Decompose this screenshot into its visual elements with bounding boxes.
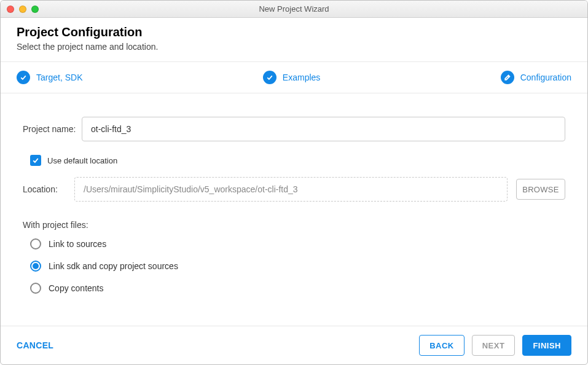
check-icon [17,71,30,84]
step-label: Target, SDK [36,73,82,82]
window-controls [1,6,39,13]
zoom-icon[interactable] [31,6,39,13]
radio-label: Copy contents [49,283,104,293]
step-configuration[interactable]: Configuration [501,71,571,84]
radio-link-sdk-copy[interactable]: Link sdk and copy project sources [30,261,565,272]
radio-icon[interactable] [30,238,41,249]
radio-label: Link to sources [49,239,106,249]
radio-checked-icon[interactable] [30,261,41,272]
cancel-button[interactable]: CANCEL [17,340,53,350]
back-button[interactable]: BACK [419,335,465,356]
finish-button[interactable]: FINISH [522,335,571,356]
page-subtitle: Select the project name and location. [17,42,571,52]
location-label: Location: [23,184,66,194]
project-name-row: Project name: [23,117,565,141]
step-target-sdk[interactable]: Target, SDK [17,71,82,84]
project-name-label: Project name: [23,124,82,134]
check-icon [263,71,276,84]
step-label: Configuration [520,73,571,82]
radio-copy-contents[interactable]: Copy contents [30,283,565,294]
pencil-icon [501,71,514,84]
radio-label: Link sdk and copy project sources [49,261,178,271]
browse-button: BROWSE [516,179,565,200]
titlebar: New Project Wizard [1,1,587,18]
radio-link-sources[interactable]: Link to sources [30,238,565,249]
use-default-location-row[interactable]: Use default location [30,155,565,166]
with-project-files-label: With project files: [23,220,565,230]
next-button: NEXT [472,335,515,356]
location-input [74,177,508,202]
close-icon[interactable] [7,6,14,13]
location-row: Location: BROWSE [23,177,565,202]
project-name-input[interactable] [82,117,565,141]
checkbox-checked-icon[interactable] [30,155,41,166]
header: Project Configuration Select the project… [1,18,587,62]
step-examples[interactable]: Examples [263,71,320,84]
window-title: New Project Wizard [1,4,587,14]
minimize-icon[interactable] [19,6,26,13]
form-content: Project name: Use default location Locat… [1,93,587,326]
use-default-location-label: Use default location [47,156,117,165]
page-title: Project Configuration [17,25,571,39]
step-label: Examples [283,73,320,82]
radio-icon[interactable] [30,283,41,294]
wizard-window: New Project Wizard Project Configuration… [0,0,588,365]
wizard-steps: Target, SDK Examples Configuration [1,62,587,93]
footer: CANCEL BACK NEXT FINISH [1,326,587,364]
